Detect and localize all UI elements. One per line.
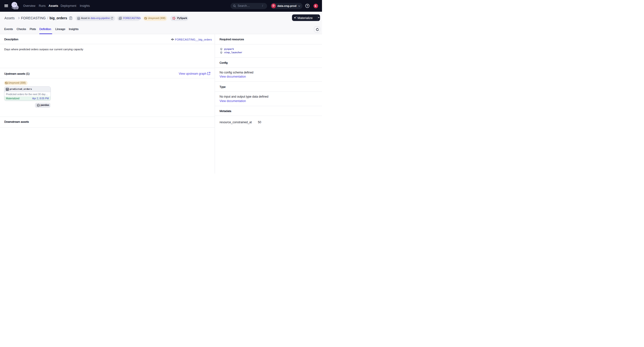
svg-text:?: ? [306, 4, 308, 7]
